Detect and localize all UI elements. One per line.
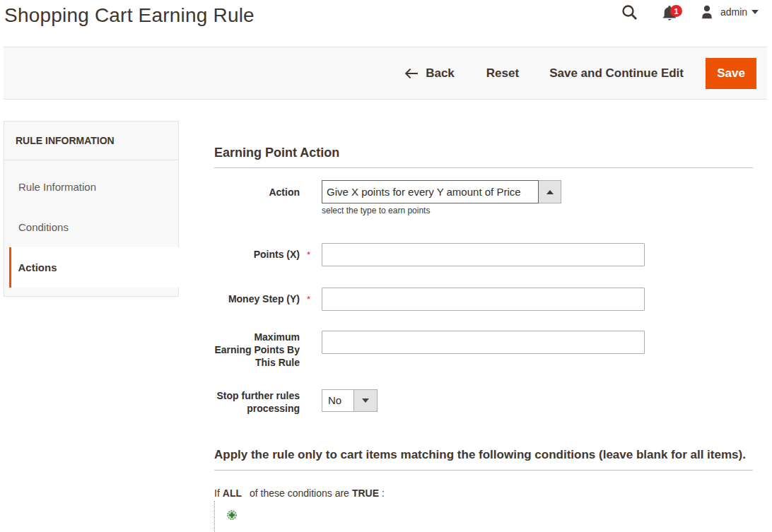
conditions-aggregator[interactable]: ALL <box>223 487 242 499</box>
nav-item-conditions[interactable]: Conditions <box>9 207 178 247</box>
conditions-divider <box>214 470 753 471</box>
action-select-toggle[interactable] <box>539 180 561 203</box>
field-stop-rules: Stop further rules processing No <box>214 389 753 415</box>
back-arrow-icon <box>405 69 418 78</box>
max-points-label: Maximum Earning Points By This Rule <box>214 331 300 369</box>
field-money-step: Money Step (Y) * <box>214 288 753 311</box>
stop-rules-select-arrow <box>353 390 377 412</box>
field-action: Action Give X points for every Y amount … <box>214 180 753 216</box>
conditions-colon: : <box>382 487 385 499</box>
if-prefix: If <box>214 487 220 499</box>
section-title: Earning Point Action <box>214 144 753 161</box>
back-button[interactable]: Back <box>405 66 455 81</box>
reset-button[interactable]: Reset <box>486 66 519 81</box>
conditions-middle-text: of these conditions are <box>250 487 349 499</box>
action-required-spacer <box>300 181 322 199</box>
nav-item-actions[interactable]: Actions <box>9 247 179 288</box>
triangle-down-icon <box>362 398 369 403</box>
search-icon[interactable] <box>621 4 638 20</box>
max-points-required-spacer <box>300 331 322 370</box>
conditions-value[interactable]: TRUE <box>352 487 379 499</box>
stop-rules-select[interactable]: No <box>322 389 378 413</box>
add-condition-plus-icon <box>227 510 237 520</box>
save-and-continue-button[interactable]: Save and Continue Edit <box>549 66 684 81</box>
stop-rules-required-spacer <box>300 390 322 415</box>
action-label: Action <box>269 180 300 199</box>
money-step-input[interactable] <box>322 288 645 311</box>
money-step-required-asterisk: * <box>300 288 322 307</box>
earning-action-form: Action Give X points for every Y amount … <box>214 180 753 415</box>
add-condition-button[interactable] <box>227 510 237 520</box>
nav-items: Rule Information Conditions Actions <box>4 160 178 296</box>
back-button-label: Back <box>426 66 455 81</box>
stop-rules-select-value: No <box>322 390 353 412</box>
rule-information-nav: RULE INFORMATION Rule Information Condit… <box>4 121 179 297</box>
page-actions-toolbar: Back Reset Save and Continue Edit Save <box>4 47 767 100</box>
points-label: Points (X) <box>254 243 300 261</box>
action-note: select the type to earn points <box>322 206 753 216</box>
points-input[interactable] <box>322 243 645 266</box>
triangle-up-icon <box>546 190 554 194</box>
action-select-value[interactable]: Give X points for every Y amount of Pric… <box>322 180 539 203</box>
stop-rules-label: Stop further rules processing <box>214 389 300 415</box>
page-header: Shopping Cart Earning Rule 1 admin <box>0 0 772 47</box>
notification-badge[interactable]: 1 <box>670 5 682 17</box>
user-icon <box>700 5 714 19</box>
conditions-if-line: IfALLof these conditions areTRUE: <box>214 486 753 500</box>
action-select[interactable]: Give X points for every Y amount of Pric… <box>322 180 753 203</box>
field-points: Points (X) * <box>214 243 753 266</box>
nav-item-rule-information[interactable]: Rule Information <box>9 167 178 207</box>
save-button[interactable]: Save <box>706 58 756 89</box>
points-required-asterisk: * <box>300 244 322 262</box>
admin-username: admin <box>720 6 747 18</box>
section-divider <box>214 167 753 168</box>
conditions-children <box>214 501 753 532</box>
conditions-heading: Apply the rule only to cart items matchi… <box>214 447 753 463</box>
max-points-input[interactable] <box>322 331 645 354</box>
main-content: Earning Point Action Action Give X point… <box>214 121 753 532</box>
field-max-points: Maximum Earning Points By This Rule <box>214 331 753 369</box>
chevron-down-icon <box>751 10 759 14</box>
page-title: Shopping Cart Earning Rule <box>4 4 255 27</box>
money-step-label: Money Step (Y) <box>228 288 300 306</box>
nav-section-title: RULE INFORMATION <box>4 122 178 160</box>
admin-user-menu[interactable]: admin <box>700 5 759 19</box>
